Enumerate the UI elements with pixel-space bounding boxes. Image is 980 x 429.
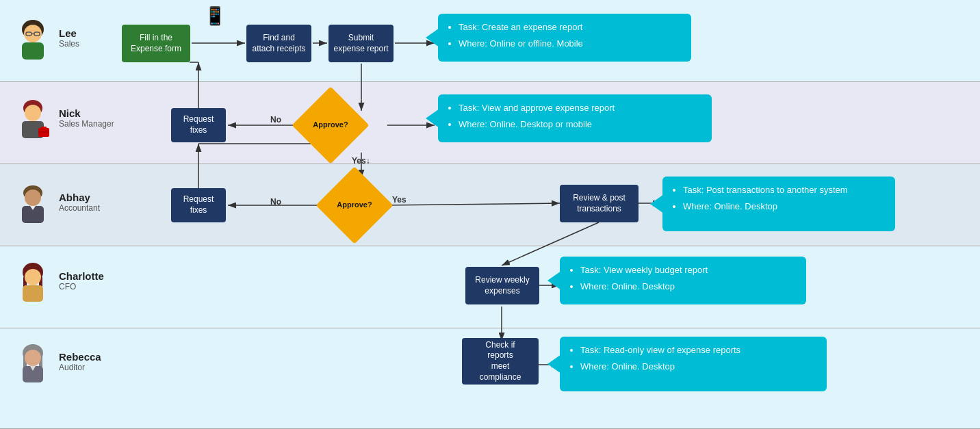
flow-box-request-fixes-nick[interactable]: Requestfixes [171, 108, 226, 142]
actor-role-charlotte: CFO [59, 282, 104, 291]
diamond-approve-abhay: Approve? [327, 178, 382, 233]
svg-rect-24 [22, 42, 44, 60]
svg-point-33 [25, 190, 41, 206]
flow-box-review-weekly[interactable]: Review weeklyexpenses [465, 267, 539, 304]
actor-info-abhay: Abhay Accountant [59, 192, 100, 213]
callout-rebecca: Task: Read-only view of expense reports … [560, 337, 827, 391]
avatar-lee [12, 17, 53, 58]
actor-abhay: Abhay Accountant [12, 181, 100, 222]
actor-name-abhay: Abhay [59, 192, 100, 203]
callout-lee: Task: Create an expense report Where: On… [438, 14, 691, 62]
actor-role-abhay: Accountant [59, 203, 100, 213]
actor-info-lee: Lee Sales [59, 27, 79, 49]
flow-box-review-post[interactable]: Review & posttransactions [560, 185, 639, 222]
avatar-rebecca [12, 341, 53, 382]
actor-role-lee: Sales [59, 39, 79, 49]
mobile-icon: 📱 [204, 5, 226, 27]
actor-lee: Lee Sales [12, 17, 79, 58]
callout-charlotte: Task: View weekly budget report Where: O… [560, 257, 806, 304]
flow-box-check-compliance[interactable]: Check ifreportsmeetcompliance [462, 338, 539, 385]
actor-rebecca: Rebecca Auditor [12, 341, 101, 382]
svg-point-26 [25, 105, 41, 121]
label-no-nick: No [270, 115, 281, 125]
avatar-nick [12, 97, 53, 138]
actor-info-rebecca: Rebecca Auditor [59, 351, 101, 372]
flow-box-submit-report[interactable]: Submitexpense report [328, 25, 394, 62]
svg-rect-40 [23, 285, 43, 302]
actor-name-nick: Nick [59, 107, 114, 119]
svg-point-44 [25, 350, 41, 366]
actor-role-nick: Sales Manager [59, 119, 114, 129]
avatar-charlotte [12, 260, 53, 301]
flow-box-request-fixes-abhay[interactable]: Requestfixes [171, 188, 226, 222]
flow-box-find-receipts[interactable]: Find andattach receipts [246, 25, 311, 62]
label-no-abhay: No [270, 197, 281, 207]
callout-abhay: Task: Post transactions to another syste… [662, 177, 895, 231]
diagram: 📱 Fill in the Expense form Find andattac… [0, 0, 980, 429]
actor-role-rebecca: Auditor [59, 363, 101, 372]
label-yes-nick: Yes↓ [352, 156, 370, 166]
actor-name-rebecca: Rebecca [59, 351, 101, 363]
actor-info-nick: Nick Sales Manager [59, 107, 114, 129]
flow-box-fill-expense[interactable]: Fill in the Expense form [122, 25, 190, 62]
actor-charlotte: Charlotte CFO [12, 260, 104, 301]
actor-name-charlotte: Charlotte [59, 270, 104, 282]
svg-point-39 [25, 269, 41, 285]
avatar-abhay [12, 181, 53, 222]
actor-nick: Nick Sales Manager [12, 97, 114, 138]
svg-rect-30 [41, 127, 47, 129]
diamond-approve-nick: Approve? [303, 98, 358, 153]
label-yes-abhay: Yes [392, 195, 407, 205]
actor-name-lee: Lee [59, 27, 79, 39]
callout-nick: Task: View and approve expense report Wh… [438, 94, 712, 142]
actor-info-charlotte: Charlotte CFO [59, 270, 104, 291]
